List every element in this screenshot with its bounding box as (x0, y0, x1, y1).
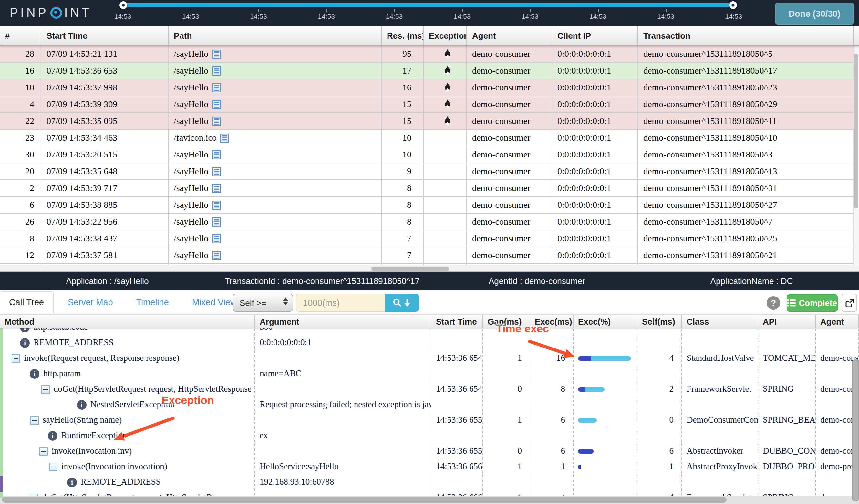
collapse-node-button[interactable] (41, 385, 50, 393)
tab-call-tree[interactable]: Call Tree (0, 291, 54, 314)
transaction-row[interactable]: 1607/09 14:53:36 653/sayHello17demo-cons… (0, 63, 859, 79)
transaction-detail-button[interactable] (212, 100, 221, 109)
transaction-detail-icon[interactable] (212, 66, 221, 75)
calltree-cell-argument (255, 443, 432, 459)
transaction-row[interactable]: 207/09 14:53:39 717/sayHello8demo-consum… (0, 180, 859, 197)
txn-column-header-agent[interactable]: Agent (467, 26, 552, 45)
transaction-detail-button[interactable] (212, 150, 221, 159)
transaction-row[interactable]: 807/09 14:53:38 437/sayHello7demo-consum… (0, 231, 859, 247)
transaction-detail-icon[interactable] (212, 200, 221, 209)
info-icon[interactable]: i (67, 477, 77, 487)
txn-column-header-res-ms-[interactable]: Res. (ms) (382, 26, 424, 45)
timeline-slider-track[interactable] (123, 3, 734, 7)
timeline-slider-handle-left[interactable] (120, 1, 127, 9)
calltree-cell-exec-percent (574, 412, 637, 428)
transaction-row[interactable]: 1207/09 14:53:37 581/sayHello7demo-consu… (0, 247, 859, 264)
info-icon[interactable]: i (30, 369, 40, 378)
transaction-detail-button[interactable] (212, 116, 221, 126)
transaction-detail-icon[interactable] (212, 217, 221, 226)
transaction-detail-icon[interactable] (212, 49, 221, 58)
calltree-cell-class (682, 329, 758, 335)
timeline-tick-label: 14:53 (725, 12, 742, 20)
calltree-cell-gap-ms: 1 (483, 412, 530, 428)
collapse-node-button[interactable] (49, 462, 58, 471)
calltree-row[interactable]: iNestedServletExceptionRequest processin… (0, 397, 859, 412)
transaction-row[interactable]: 407/09 14:53:39 309/sayHello15demo-consu… (0, 96, 859, 113)
filter-threshold-input[interactable]: 1000(ms) (296, 294, 385, 312)
calltree-row[interactable]: ihttp.paramname=ABC (0, 366, 859, 381)
help-button[interactable]: ? (767, 296, 780, 310)
transaction-vertical-scrollbar-thumb[interactable] (854, 53, 858, 208)
transaction-detail-button[interactable] (212, 83, 221, 92)
txn-cell-path: /sayHello (169, 63, 382, 79)
tab-timeline[interactable]: Timeline (127, 290, 178, 314)
transaction-row[interactable]: 2207/09 14:53:35 095/sayHello15demo-cons… (0, 113, 859, 130)
filter-type-select[interactable]: Self >= (232, 294, 293, 312)
transaction-detail-icon[interactable] (221, 133, 229, 142)
calltree-horizontal-scrollbar-thumb[interactable] (2, 497, 727, 503)
transaction-detail-button[interactable] (212, 49, 221, 58)
transaction-detail-button[interactable] (212, 217, 221, 226)
calltree-row[interactable]: invoke(Invocation inv)14:53:36 655066Abs… (0, 443, 859, 459)
txn-cell-response-ms: 95 (382, 46, 424, 62)
transaction-detail-button[interactable] (212, 251, 221, 260)
timeline-slider-handle-right[interactable] (729, 1, 737, 9)
collapse-node-button[interactable] (30, 416, 39, 424)
txn-column-header-path[interactable]: Path (169, 26, 382, 45)
transaction-detail-icon[interactable] (212, 251, 221, 260)
transaction-detail-button[interactable] (212, 184, 221, 193)
transaction-row[interactable]: 607/09 14:53:38 885/sayHello8demo-consum… (0, 197, 859, 214)
transaction-horizontal-scrollbar-thumb[interactable] (371, 267, 449, 271)
calltree-row[interactable]: invoke(Request request, Response respons… (0, 350, 859, 366)
calltree-vertical-scrollbar-thumb[interactable] (852, 360, 859, 501)
transaction-row[interactable]: 3007/09 14:53:20 515/sayHello10demo-cons… (0, 146, 859, 163)
calltree-row[interactable]: invoke(Invocation invocation)HelloServic… (0, 459, 859, 474)
transaction-detail-button[interactable] (212, 66, 221, 75)
collapse-node-button[interactable] (40, 447, 48, 455)
transaction-row[interactable]: 2007/09 14:53:35 648/sayHello9demo-consu… (0, 163, 859, 180)
info-icon[interactable]: i (20, 329, 30, 332)
calltree-row[interactable]: ihttp.status.code500 (0, 329, 859, 335)
calltree-row[interactable]: doGet(HttpServletRequest request, HttpSe… (0, 381, 859, 397)
transaction-detail-icon[interactable] (212, 184, 221, 193)
complete-button[interactable]: Complete (787, 294, 838, 312)
calltree-row[interactable]: iREMOTE_ADDRESS192.168.93.10:60788 (0, 474, 859, 490)
txn-column-header-client-ip[interactable]: Client IP (552, 26, 638, 45)
transaction-detail-icon[interactable] (212, 116, 221, 126)
transaction-detail-button[interactable] (212, 167, 221, 176)
transaction-detail-button[interactable] (221, 133, 229, 142)
transaction-row[interactable]: 2807/09 14:53:21 131/sayHello95demo-cons… (0, 46, 859, 63)
calltree-row[interactable]: iREMOTE_ADDRESS0:0:0:0:0:0:0:1 (0, 335, 859, 350)
transaction-horizontal-scrollbar[interactable] (0, 265, 859, 272)
transaction-vertical-scrollbar[interactable] (853, 46, 859, 265)
calltree-horizontal-scrollbar[interactable] (0, 495, 859, 504)
transaction-detail-icon[interactable] (212, 167, 221, 176)
info-icon[interactable]: i (20, 338, 30, 347)
calltree-cell-api: DUBBO_CON... (758, 443, 816, 459)
calltree-cell-argument: Request processing failed; nested except… (255, 397, 432, 412)
filter-search-button[interactable] (385, 294, 419, 312)
txn-cell-start-time: 07/09 14:53:34 463 (41, 130, 169, 146)
txn-column-header-transaction[interactable]: Transaction (638, 26, 854, 45)
transaction-row[interactable]: 1007/09 14:53:37 998/sayHello16demo-cons… (0, 79, 859, 96)
transaction-row[interactable]: 2307/09 14:53:34 463/favicon.ico10demo-c… (0, 130, 859, 146)
timeline-tick-label: 14:53 (589, 12, 606, 20)
done-button[interactable]: Done (30/30) (775, 3, 854, 25)
info-icon[interactable]: i (48, 431, 58, 440)
txn-column-header--[interactable]: # (0, 26, 41, 45)
transaction-detail-icon[interactable] (212, 83, 221, 92)
tab-server-map[interactable]: Server Map (59, 290, 122, 314)
txn-column-header-start-time[interactable]: Start Time (41, 26, 169, 45)
transaction-detail-icon[interactable] (212, 234, 221, 243)
txn-cell-agent: demo-consumer (467, 113, 552, 129)
transaction-detail-button[interactable] (212, 200, 221, 209)
transaction-detail-icon[interactable] (212, 150, 221, 159)
txn-cell-path: /favicon.ico (169, 130, 382, 146)
collapse-node-button[interactable] (12, 354, 20, 362)
transaction-detail-icon[interactable] (212, 100, 221, 109)
transaction-row[interactable]: 2607/09 14:53:22 956/sayHello8demo-consu… (0, 214, 859, 231)
txn-column-header-exception[interactable]: Exception (424, 26, 467, 45)
open-in-new-window-button[interactable] (842, 294, 857, 312)
transaction-detail-button[interactable] (212, 234, 221, 243)
info-icon[interactable]: i (77, 400, 87, 409)
